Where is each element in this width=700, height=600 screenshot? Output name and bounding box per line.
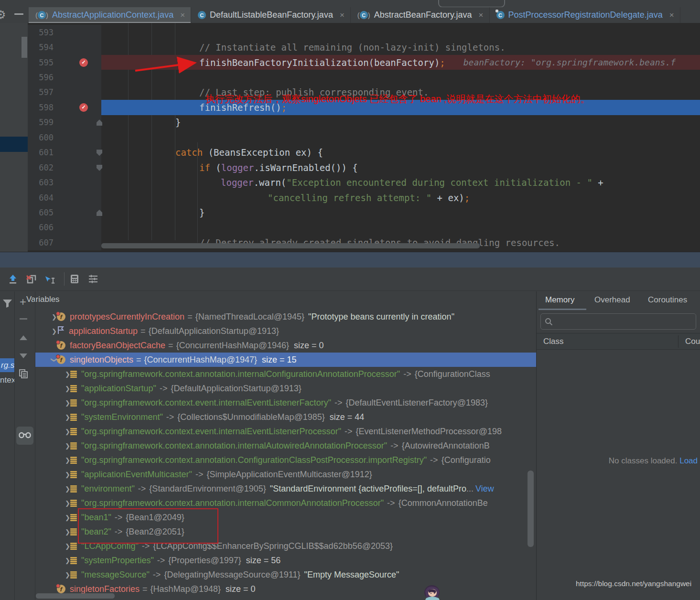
gear-icon[interactable]: ⚙ — [0, 8, 6, 21]
run-config-button-partial[interactable] — [438, 0, 505, 8]
code-editor[interactable]: 593594// Instantiate all remaining (non-… — [0, 23, 700, 252]
hide-panel-icon[interactable] — [14, 13, 23, 15]
code-line-603[interactable]: 603logger.warn("Exception encountered du… — [28, 175, 700, 190]
code-line-602[interactable]: 602if (logger.isWarnEnabled()) { — [28, 160, 700, 175]
chevron-right-icon[interactable]: ❯ — [65, 543, 70, 550]
line-number: 607 — [34, 235, 54, 250]
map-entry-row[interactable]: ❯"org.springframework.context.event.inte… — [35, 396, 536, 410]
variables-vertical-scrollbar[interactable] — [528, 471, 534, 547]
chevron-right-icon[interactable]: ❯ — [65, 514, 70, 521]
variables-horizontal-scrollbar[interactable] — [36, 593, 115, 599]
map-entry-row[interactable]: ❯"org.springframework.context.event.inte… — [35, 424, 536, 439]
variable-row[interactable]: ❯applicationStartup={DefaultApplicationS… — [35, 324, 536, 338]
chevron-right-icon[interactable]: ❯ — [65, 485, 70, 493]
code-line-606[interactable]: 606 — [28, 220, 700, 235]
chevron-right-icon[interactable]: ❯ — [65, 385, 70, 392]
chevron-right-icon[interactable]: ❯ — [65, 414, 70, 421]
chevron-right-icon[interactable]: ❯ — [65, 471, 70, 478]
editor-horizontal-scrollbar[interactable] — [101, 243, 480, 248]
tab-overhead[interactable]: Overhead — [594, 295, 630, 305]
map-entry-icon — [70, 514, 77, 521]
chevron-right-icon[interactable]: ❯ — [65, 500, 70, 507]
map-entry-row[interactable]: ❯"org.springframework.context.annotation… — [35, 453, 536, 467]
map-entry-row[interactable]: ❯"systemEnvironment"->{Collections$Unmod… — [35, 410, 536, 424]
variable-row[interactable]: ffactoryBeanObjectCache={ConcurrentHashM… — [35, 338, 536, 353]
evaluate-expression-icon[interactable] — [69, 274, 80, 284]
map-entry-row[interactable]: ❯"org.springframework.context.annotation… — [35, 439, 536, 453]
code-text[interactable] — [101, 220, 700, 235]
tab-memory[interactable]: Memory — [545, 295, 574, 305]
map-entry-row[interactable]: ❯"systemProperties"->{Properties@1997}si… — [35, 553, 536, 568]
editor-tab-AbstractBeanFactory.java[interactable]: (C)AbstractBeanFactory.java× — [351, 7, 490, 23]
variable-row[interactable]: ❯fsingletonObjects={ConcurrentHashMap@19… — [35, 353, 536, 367]
editor-tab-DefaultListableBeanFactory.java[interactable]: CDefaultListableBeanFactory.java× — [191, 7, 351, 23]
chevron-right-icon[interactable]: ❯ — [52, 328, 57, 335]
tab-coroutines[interactable]: Coroutines — [648, 295, 687, 305]
editor-left-scrollbar-thumb[interactable] — [22, 37, 27, 58]
move-up-icon[interactable] — [20, 335, 27, 340]
breakpoint-icon[interactable]: ✓ — [79, 58, 88, 67]
chevron-right-icon[interactable]: ❯ — [65, 571, 70, 579]
glasses-icon[interactable] — [19, 431, 31, 439]
chevron-right-icon[interactable]: ❯ — [65, 428, 70, 435]
code-text[interactable]: finishBeanFactoryInitialization(beanFact… — [101, 55, 700, 70]
code-line-595[interactable]: 595✓finishBeanFactoryInitialization(bean… — [28, 55, 700, 70]
code-line-605[interactable]: 605} — [28, 205, 700, 220]
code-text[interactable]: } — [101, 205, 700, 220]
code-line-604[interactable]: 604"cancelling refresh attempt: " + ex); — [28, 190, 700, 205]
copy-icon[interactable] — [19, 369, 28, 378]
chevron-right-icon[interactable]: ❯ — [65, 528, 70, 536]
map-entry-row[interactable]: ❯"applicationStartup"->{DefaultApplicati… — [35, 381, 536, 396]
breakpoint-icon[interactable]: ✓ — [79, 103, 88, 112]
code-line-601[interactable]: 601catch (BeansException ex) { — [28, 145, 700, 160]
code-text[interactable] — [101, 70, 700, 85]
code-text[interactable] — [101, 25, 700, 40]
remove-watch-icon[interactable] — [20, 318, 27, 320]
map-entry-row[interactable]: ❯"messageSource"->{DelegatingMessageSour… — [35, 568, 536, 582]
code-text[interactable]: if (logger.isWarnEnabled()) { — [101, 160, 700, 175]
chevron-right-icon[interactable]: ❯ — [65, 371, 70, 378]
code-line-594[interactable]: 594// Instantiate all remaining (non-laz… — [28, 40, 700, 54]
code-text[interactable]: "cancelling refresh attempt: " + ex); — [101, 190, 700, 205]
gutter: 599 — [28, 115, 101, 130]
close-icon[interactable]: × — [479, 11, 484, 20]
layout-settings-icon[interactable] — [88, 274, 98, 284]
move-down-icon[interactable] — [20, 354, 27, 358]
code-text[interactable]: logger.warn("Exception encountered durin… — [101, 175, 700, 190]
close-icon[interactable]: × — [340, 11, 345, 20]
chevron-right-icon[interactable]: ❯ — [65, 399, 70, 407]
column-count[interactable]: Cou — [685, 337, 700, 346]
view-link[interactable]: View — [475, 484, 494, 494]
column-class[interactable]: Class — [543, 337, 678, 346]
chevron-right-icon[interactable]: ❯ — [65, 457, 70, 464]
drop-frame-icon[interactable] — [26, 274, 37, 284]
editor-tab-PostProcessorRegistrationDelegate.java[interactable]: CPostProcessorRegistrationDelegate.java× — [490, 7, 680, 23]
panel-splitter[interactable] — [0, 252, 700, 268]
map-entry-row[interactable]: ❯"applicationEventMulticaster"->{SimpleA… — [35, 467, 536, 482]
run-to-cursor-icon[interactable] — [45, 274, 55, 284]
code-text[interactable]: catch (BeansException ex) { — [101, 145, 700, 160]
code-line-593[interactable]: 593 — [28, 25, 700, 40]
code-line-600[interactable]: 600 — [28, 130, 700, 145]
filter-icon[interactable] — [2, 299, 12, 308]
chevron-right-icon[interactable]: ❯ — [65, 442, 70, 450]
code-line-596[interactable]: 596 — [28, 70, 700, 85]
variable-row[interactable]: ❯fprototypesCurrentlyInCreation={NamedTh… — [35, 310, 536, 324]
step-out-icon[interactable] — [8, 274, 18, 284]
add-watch-icon[interactable]: + — [20, 295, 26, 309]
map-entry-row[interactable]: ❯"org.springframework.context.annotation… — [35, 367, 536, 381]
token: if — [199, 162, 210, 173]
code-text[interactable] — [101, 130, 700, 145]
close-icon[interactable]: × — [669, 11, 674, 20]
map-entry-row[interactable]: ❯"environment"->{StandardEnvironment@190… — [35, 482, 536, 496]
close-icon[interactable]: × — [180, 11, 185, 20]
load-classes-link[interactable]: Load — [679, 456, 698, 465]
frame-item-partial[interactable]: ntex — [0, 374, 15, 387]
frame-item-selected-partial[interactable]: rg.s — [0, 358, 15, 372]
code-line-599[interactable]: 599} — [28, 115, 700, 130]
code-text[interactable]: } — [101, 115, 700, 130]
memory-search-input[interactable] — [540, 313, 696, 330]
editor-tab-AbstractApplicationContext.java[interactable]: (C)AbstractApplicationContext.java× — [29, 7, 191, 23]
chevron-right-icon[interactable]: ❯ — [65, 557, 70, 564]
code-text[interactable]: // Instantiate all remaining (non-lazy-i… — [101, 40, 700, 54]
